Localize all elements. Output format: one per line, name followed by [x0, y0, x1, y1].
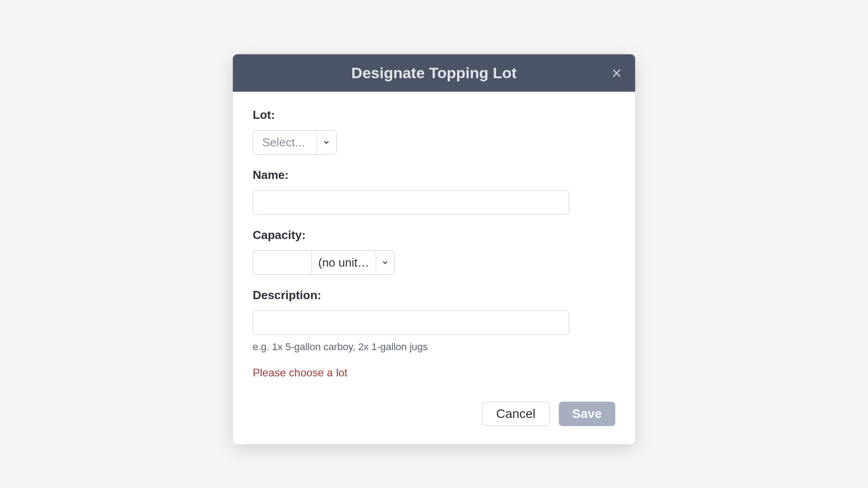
capacity-row: (no unit…	[253, 250, 615, 275]
capacity-unit-value: (no unit…	[312, 251, 376, 274]
description-field-group: Description: e.g. 1x 5-gallon carboy, 2x…	[253, 288, 615, 353]
modal-header: Designate Topping Lot	[233, 54, 635, 92]
save-button[interactable]: Save	[559, 402, 615, 426]
chevron-down-icon	[381, 258, 389, 267]
name-label: Name:	[253, 168, 615, 182]
modal-footer: Cancel Save	[253, 402, 615, 426]
description-input[interactable]	[253, 310, 569, 335]
capacity-unit-arrow	[376, 251, 394, 274]
modal-title: Designate Topping Lot	[351, 64, 517, 82]
lot-label: Lot:	[253, 108, 615, 122]
name-field-group: Name:	[253, 168, 615, 215]
description-label: Description:	[253, 288, 615, 302]
capacity-input[interactable]	[253, 250, 311, 275]
close-icon	[611, 67, 623, 79]
capacity-field-group: Capacity: (no unit…	[253, 228, 615, 275]
name-input[interactable]	[253, 190, 569, 215]
error-message: Please choose a lot	[253, 366, 615, 379]
designate-topping-lot-modal: Designate Topping Lot Lot: Select...	[233, 54, 635, 444]
lot-select[interactable]: Select...	[253, 130, 337, 155]
capacity-label: Capacity:	[253, 228, 615, 242]
cancel-button[interactable]: Cancel	[482, 402, 549, 426]
lot-field-group: Lot: Select...	[253, 108, 615, 155]
close-button[interactable]	[609, 66, 624, 81]
modal-body: Lot: Select... Name: Capacity: (no unit…	[233, 92, 635, 444]
capacity-unit-select[interactable]: (no unit…	[311, 250, 395, 275]
chevron-down-icon	[322, 138, 330, 146]
description-help-text: e.g. 1x 5-gallon carboy, 2x 1-gallon jug…	[253, 341, 615, 353]
lot-select-arrow	[316, 131, 336, 154]
lot-select-value: Select...	[253, 131, 316, 154]
